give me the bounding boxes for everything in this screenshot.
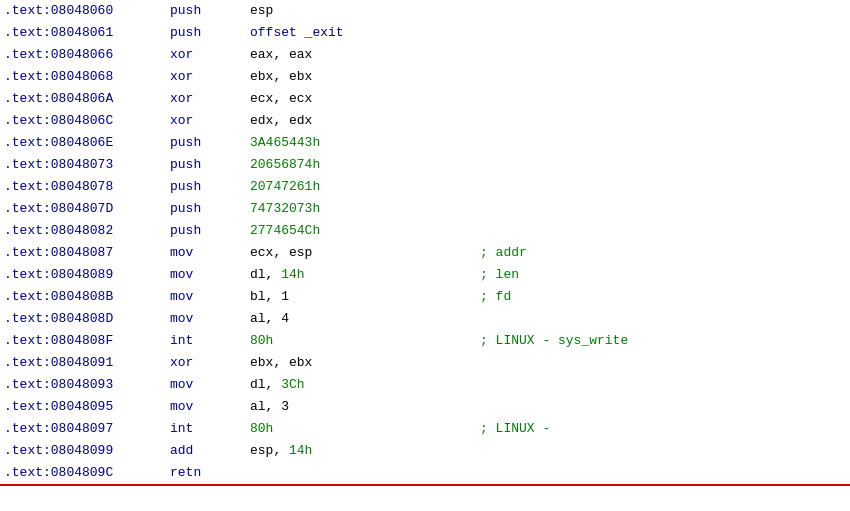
table-row[interactable]: .text:0804806Axorecx, ecx	[0, 88, 850, 110]
disasm-container: .text:08048060pushesp.text:08048061pusho…	[0, 0, 850, 511]
address-cell: .text:08048082	[0, 220, 170, 242]
address-cell: .text:08048087	[0, 242, 170, 264]
address-cell: .text:08048089	[0, 264, 170, 286]
address-cell: .text:0804808F	[0, 330, 170, 352]
comment-cell	[470, 308, 850, 330]
operands-cell: 20656874h	[250, 154, 470, 176]
table-row[interactable]: .text:08048078push20747261h	[0, 176, 850, 198]
mnemonic-cell: push	[170, 198, 250, 220]
mnemonic-cell: mov	[170, 374, 250, 396]
table-row[interactable]: .text:08048061pushoffset _exit	[0, 22, 850, 44]
comment-cell	[470, 154, 850, 176]
comment-cell	[470, 352, 850, 374]
table-row[interactable]: .text:0804806Cxoredx, edx	[0, 110, 850, 132]
operands-cell: 2774654Ch	[250, 220, 470, 242]
address-cell: .text:08048095	[0, 396, 170, 418]
address-cell: .text:08048093	[0, 374, 170, 396]
comment-cell	[470, 110, 850, 132]
operands-cell: 80h	[250, 330, 470, 352]
mnemonic-cell: push	[170, 154, 250, 176]
address-cell: .text:0804806E	[0, 132, 170, 154]
mnemonic-cell: int	[170, 418, 250, 440]
operands-cell: ebx, ebx	[250, 352, 470, 374]
comment-cell	[470, 462, 850, 485]
address-cell: .text:08048061	[0, 22, 170, 44]
mnemonic-cell: xor	[170, 66, 250, 88]
comment-cell	[470, 396, 850, 418]
operands-cell: esp, 14h	[250, 440, 470, 462]
address-cell: .text:0804806C	[0, 110, 170, 132]
address-cell: .text:0804808B	[0, 286, 170, 308]
address-cell: .text:08048073	[0, 154, 170, 176]
mnemonic-cell: xor	[170, 352, 250, 374]
comment-cell: ; fd	[470, 286, 850, 308]
mnemonic-cell: add	[170, 440, 250, 462]
table-row[interactable]: .text:08048099addesp, 14h	[0, 440, 850, 462]
table-row[interactable]: .text:0804807Dpush74732073h	[0, 198, 850, 220]
mnemonic-cell: int	[170, 330, 250, 352]
operands-cell: al, 3	[250, 396, 470, 418]
disasm-table: .text:08048060pushesp.text:08048061pusho…	[0, 0, 850, 486]
table-row[interactable]: .text:08048060pushesp	[0, 0, 850, 22]
table-row[interactable]: .text:08048068xorebx, ebx	[0, 66, 850, 88]
address-cell: .text:08048097	[0, 418, 170, 440]
operands-cell: 74732073h	[250, 198, 470, 220]
table-row[interactable]: .text:08048093movdl, 3Ch	[0, 374, 850, 396]
comment-cell	[470, 132, 850, 154]
operands-cell: 20747261h	[250, 176, 470, 198]
comment-cell	[470, 440, 850, 462]
table-row[interactable]: .text:08048073push20656874h	[0, 154, 850, 176]
address-cell: .text:0804809C	[0, 462, 170, 485]
operands-cell: al, 4	[250, 308, 470, 330]
mnemonic-cell: xor	[170, 110, 250, 132]
mnemonic-cell: xor	[170, 44, 250, 66]
mnemonic-cell: push	[170, 176, 250, 198]
table-row[interactable]: .text:0804808Dmoval, 4	[0, 308, 850, 330]
operands-cell: dl, 3Ch	[250, 374, 470, 396]
table-row[interactable]: .text:0804808Fint80h; LINUX - sys_write	[0, 330, 850, 352]
comment-cell	[470, 0, 850, 22]
mnemonic-cell: retn	[170, 462, 250, 485]
table-row[interactable]: .text:08048091xorebx, ebx	[0, 352, 850, 374]
comment-cell	[470, 198, 850, 220]
operands-cell: esp	[250, 0, 470, 22]
comment-cell	[470, 176, 850, 198]
mnemonic-cell: mov	[170, 264, 250, 286]
comment-cell	[470, 220, 850, 242]
table-row[interactable]: .text:08048082push2774654Ch	[0, 220, 850, 242]
address-cell: .text:08048078	[0, 176, 170, 198]
comment-cell: ; LINUX -	[470, 418, 850, 440]
comment-cell	[470, 44, 850, 66]
address-cell: .text:08048091	[0, 352, 170, 374]
comment-cell: ; LINUX - sys_write	[470, 330, 850, 352]
mnemonic-cell: mov	[170, 242, 250, 264]
operands-cell: ecx, ecx	[250, 88, 470, 110]
operands-cell: eax, eax	[250, 44, 470, 66]
table-row[interactable]: .text:0804806Epush3A465443h	[0, 132, 850, 154]
address-cell: .text:0804806A	[0, 88, 170, 110]
mnemonic-cell: push	[170, 220, 250, 242]
comment-cell	[470, 88, 850, 110]
table-row[interactable]: .text:08048087movecx, esp; addr	[0, 242, 850, 264]
mnemonic-cell: mov	[170, 308, 250, 330]
table-row[interactable]: .text:08048097int80h; LINUX -	[0, 418, 850, 440]
table-row[interactable]: .text:08048066xoreax, eax	[0, 44, 850, 66]
mnemonic-cell: mov	[170, 396, 250, 418]
table-row[interactable]: .text:08048095moval, 3	[0, 396, 850, 418]
operands-cell: ebx, ebx	[250, 66, 470, 88]
table-row[interactable]: .text:08048089movdl, 14h; len	[0, 264, 850, 286]
mnemonic-cell: push	[170, 0, 250, 22]
operands-cell: dl, 14h	[250, 264, 470, 286]
table-row[interactable]: .text:0804808Bmovbl, 1; fd	[0, 286, 850, 308]
operands-cell: 80h	[250, 418, 470, 440]
mnemonic-cell: push	[170, 132, 250, 154]
comment-cell	[470, 66, 850, 88]
address-cell: .text:08048060	[0, 0, 170, 22]
address-cell: .text:0804808D	[0, 308, 170, 330]
operands-cell	[250, 462, 470, 485]
mnemonic-cell: xor	[170, 88, 250, 110]
address-cell: .text:08048068	[0, 66, 170, 88]
operands-cell: ecx, esp	[250, 242, 470, 264]
address-cell: .text:08048099	[0, 440, 170, 462]
table-row[interactable]: .text:0804809Cretn	[0, 462, 850, 485]
